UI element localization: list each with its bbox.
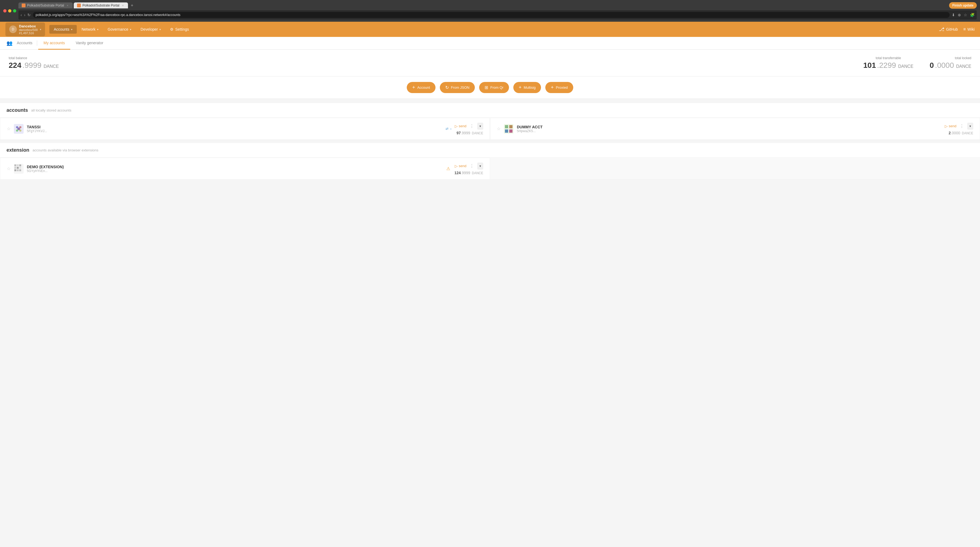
demo-balance-major: 124 bbox=[455, 171, 461, 175]
maximize-button[interactable] bbox=[13, 9, 16, 13]
demo-star-button[interactable]: ☆ bbox=[7, 166, 11, 171]
dummy-star-button[interactable]: ☆ bbox=[497, 126, 501, 131]
sub-nav-vanity-generator[interactable]: Vanity generator bbox=[70, 37, 109, 49]
star-icon[interactable]: ☆ bbox=[964, 13, 967, 17]
app-header: D Dancebox dancebox/500 #1,497,516 ▾ Acc… bbox=[0, 22, 980, 37]
demo-balance-actions: ▷ send ⋮ ▾ 124.9999 DANCE bbox=[455, 162, 483, 175]
from-json-button[interactable]: ↻ From JSON bbox=[440, 82, 475, 93]
browser-tabs: Polkadot/Substrate Portal × Polkadot/Sub… bbox=[18, 2, 977, 9]
dummy-address: 5HpwaZK5... bbox=[517, 129, 942, 133]
tanssi-expand-button[interactable]: ▾ bbox=[477, 123, 483, 130]
svg-rect-15 bbox=[14, 167, 16, 169]
tanssi-name: TANSSI bbox=[27, 125, 442, 129]
network-subtitle: dancebox/500 bbox=[19, 28, 38, 32]
demo-balance-minor: .9999 bbox=[461, 171, 470, 175]
svg-rect-7 bbox=[505, 125, 508, 128]
tab-close-1[interactable]: × bbox=[65, 3, 69, 7]
accounts-people-icon: 👥 bbox=[6, 40, 13, 46]
dummy-action-row: ▷ send ⋮ ▾ bbox=[945, 122, 973, 130]
tab-close-2[interactable]: × bbox=[121, 3, 125, 7]
wiki-link[interactable]: ≡ Wiki bbox=[963, 27, 975, 32]
demo-address: 5GYyHYvEn... bbox=[27, 169, 442, 173]
network-name: Dancebox bbox=[19, 24, 38, 28]
transferrable-currency: DANCE bbox=[898, 64, 913, 69]
tanssi-address: 5FgYJYKVJ... bbox=[27, 129, 442, 133]
dummy-send-icon: ▷ bbox=[945, 124, 948, 128]
svg-rect-10 bbox=[509, 129, 512, 133]
extension-section-header: extension accounts available via browser… bbox=[0, 143, 980, 158]
add-account-icon: + bbox=[412, 85, 415, 90]
governance-chevron-icon: ▾ bbox=[130, 28, 131, 31]
warning-icon: ⚠ bbox=[446, 166, 450, 171]
svg-point-5 bbox=[18, 128, 20, 130]
dummy-balance-major: 2 bbox=[948, 131, 951, 135]
network-chevron-icon: ▾ bbox=[97, 28, 99, 31]
total-transferrable-item: total transferrable 101.2299 DANCE bbox=[864, 56, 913, 70]
dummy-send-button[interactable]: ▷ send bbox=[945, 124, 956, 128]
from-qr-label: From Qr bbox=[490, 86, 503, 89]
locked-major: 0 bbox=[929, 61, 934, 70]
network-badge[interactable]: D Dancebox dancebox/500 #1,497,516 ▾ bbox=[5, 22, 45, 37]
nav-developer-label: Developer bbox=[140, 27, 158, 32]
tanssi-action-row: ▷ send ⋮ ▾ bbox=[455, 122, 483, 130]
browser-tab-1[interactable]: Polkadot/Substrate Portal × bbox=[18, 2, 73, 8]
developer-chevron-icon: ▾ bbox=[159, 28, 161, 31]
browser-chrome: Polkadot/Substrate Portal × Polkadot/Sub… bbox=[0, 0, 980, 22]
nav-item-governance[interactable]: Governance ▾ bbox=[103, 25, 135, 33]
extensions-icon: 🧩 bbox=[970, 13, 975, 17]
demo-account-info: DEMO (EXTENSION) 5GYyHYvEn... bbox=[27, 165, 442, 173]
nav-item-settings[interactable]: ⚙ Settings bbox=[166, 25, 193, 33]
wiki-icon: ≡ bbox=[963, 27, 966, 32]
empty-grid-cell bbox=[490, 158, 980, 180]
nav-network-label: Network bbox=[82, 27, 95, 32]
svg-rect-8 bbox=[509, 125, 512, 128]
proxied-button[interactable]: + Proxied bbox=[545, 82, 573, 93]
demo-expand-button[interactable]: ▾ bbox=[477, 163, 483, 169]
forward-button[interactable]: › bbox=[24, 13, 25, 17]
nav-item-developer[interactable]: Developer ▾ bbox=[136, 25, 165, 33]
svg-rect-17 bbox=[19, 167, 21, 169]
demo-send-button[interactable]: ▷ send bbox=[455, 164, 466, 168]
dummy-balance-minor: .0000 bbox=[951, 131, 960, 135]
transfer-forward-icon: › bbox=[450, 127, 451, 131]
demo-action-row: ▷ send ⋮ ▾ bbox=[455, 162, 483, 169]
back-button[interactable]: ‹ bbox=[21, 13, 22, 17]
tanssi-send-label: send bbox=[459, 124, 466, 128]
address-input[interactable] bbox=[33, 12, 950, 18]
nav-item-accounts[interactable]: Accounts ▾ bbox=[49, 25, 77, 33]
close-button[interactable] bbox=[3, 9, 6, 13]
tanssi-send-button[interactable]: ▷ send bbox=[455, 124, 466, 128]
from-qr-icon: ⊞ bbox=[485, 85, 488, 90]
dummy-balance-actions: ▷ send ⋮ ▾ 2.0000 DANCE bbox=[945, 122, 973, 135]
zoom-icon: ⊕ bbox=[958, 13, 961, 17]
total-balance-value: 224.9999 DANCE bbox=[9, 61, 864, 70]
minimize-button[interactable] bbox=[8, 9, 11, 13]
refresh-button[interactable]: ↻ bbox=[27, 13, 31, 17]
dummy-more-button[interactable]: ⋮ bbox=[959, 122, 965, 130]
table-row: ☆ DUMMY ACCT 5HpwaZK5... ▷ send ⋮ bbox=[490, 118, 980, 140]
demo-more-button[interactable]: ⋮ bbox=[469, 162, 475, 169]
multisig-button[interactable]: + Multisig bbox=[513, 82, 541, 93]
total-balance-currency: DANCE bbox=[44, 64, 59, 69]
dummy-expand-button[interactable]: ▾ bbox=[967, 123, 973, 130]
svg-rect-12 bbox=[14, 164, 16, 166]
nav-buttons: ‹ › ↻ bbox=[21, 13, 31, 17]
nav-settings-label: Settings bbox=[175, 27, 189, 32]
new-tab-button[interactable]: + bbox=[129, 2, 135, 8]
tanssi-star-button[interactable]: ☆ bbox=[7, 126, 11, 131]
github-link[interactable]: ⎇ GitHub bbox=[939, 26, 958, 32]
from-qr-button[interactable]: ⊞ From Qr bbox=[479, 82, 509, 93]
sub-nav-my-accounts[interactable]: My accounts bbox=[38, 37, 70, 49]
add-account-button[interactable]: + Account bbox=[407, 82, 436, 93]
accounts-section-header: accounts all locally stored accounts bbox=[0, 103, 980, 118]
finish-update-button[interactable]: Finish update bbox=[949, 2, 977, 9]
nav-item-network[interactable]: Network ▾ bbox=[77, 25, 103, 33]
network-chevron-icon: ▾ bbox=[40, 28, 41, 31]
multisig-icon: + bbox=[519, 85, 522, 90]
tanssi-more-button[interactable]: ⋮ bbox=[469, 122, 475, 130]
header-right: ⎇ GitHub ≡ Wiki bbox=[939, 26, 975, 32]
browser-tab-2[interactable]: Polkadot/Substrate Portal × bbox=[74, 2, 128, 8]
action-buttons-section: + Account ↻ From JSON ⊞ From Qr + Multis… bbox=[0, 77, 980, 99]
svg-rect-9 bbox=[505, 129, 508, 133]
address-bar-area: ‹ › ↻ ⬇ ⊕ ☆ 🧩 bbox=[18, 10, 977, 19]
